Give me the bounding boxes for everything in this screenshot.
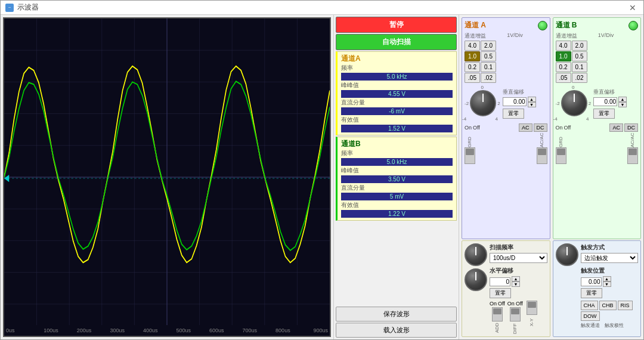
channel-a-led (538, 21, 547, 30)
grd-switch-a[interactable] (465, 147, 475, 164)
vert-offset-input-a[interactable] (503, 97, 527, 106)
time-label-0: 0us (6, 327, 30, 333)
channel-b-header: 通道 B (556, 20, 577, 30)
gain-btn-a-05[interactable]: 0.5 (481, 51, 496, 61)
peak-label-a: 峰峰值 (341, 81, 453, 89)
load-waveform-button[interactable]: 载入波形 (336, 323, 457, 338)
channel-b-controls: 通道 B 通道增益 4.0 2.0 1.0 0.5 0.2 (553, 17, 642, 239)
dc-btn-a[interactable]: DC (534, 123, 547, 132)
vdiv-label-a: 1V/Div (507, 32, 547, 38)
sweep-knob-bottom[interactable] (465, 268, 487, 291)
vert-offset-up-a[interactable]: ▲ (528, 97, 536, 102)
vert-offset-up-b[interactable]: ▲ (618, 97, 627, 102)
window-title: 示波器 (17, 2, 39, 13)
trigger-pos-input[interactable] (581, 277, 602, 286)
acdc-label-a: AC/AC (540, 133, 544, 147)
xy-switch[interactable] (527, 301, 537, 315)
trigger-controls: 触发方式 边沿触发 脉冲触发 触发位置 ▲ ▼ (553, 240, 642, 337)
gain-label-b: 通道增益 (556, 32, 596, 40)
peak-value-a: 4.55 V (341, 90, 453, 98)
right-panel: 通道 A 通道增益 4.0 2.0 1.0 0.5 0.2 (459, 15, 643, 339)
horiz-offset-down[interactable]: ▼ (512, 282, 520, 287)
gain-btn-b-02[interactable]: 0.2 (556, 62, 571, 72)
time-label-6: 600us (205, 327, 228, 333)
gain-btn-a-002[interactable]: .02 (481, 73, 496, 83)
trigger-pos-up[interactable]: ▲ (603, 276, 611, 282)
sweep-freq-select[interactable]: 100us/D 200us/D 50us/D 20us/D (490, 253, 547, 263)
time-label-4: 400us (138, 327, 162, 333)
channel-a-header: 通道 A (465, 20, 486, 30)
rms-value-a: 1.52 V (341, 125, 453, 132)
trigger-method-select[interactable]: 边沿触发 脉冲触发 (581, 253, 639, 263)
gain-btn-a-02[interactable]: 0.2 (465, 62, 480, 72)
trigger-method-label: 触发方式 (581, 243, 639, 252)
off-label-add: Off (498, 301, 505, 307)
diff-label: DIFF (512, 322, 518, 334)
gain-btn-a-40[interactable]: 4.0 (465, 41, 480, 51)
channel-b-led (628, 21, 638, 30)
zero-btn-a[interactable]: 置零 (503, 109, 524, 119)
trigger-pos-down[interactable]: ▼ (603, 282, 611, 287)
chb-btn[interactable]: CHB (599, 301, 617, 310)
grd-label-a: GRD (467, 133, 472, 147)
dow-btn[interactable]: DOW (581, 311, 600, 321)
gain-btn-a-01[interactable]: 0.1 (481, 62, 496, 72)
peak-value-b: 3.50 V (341, 175, 453, 183)
vert-offset-label-a: 垂直偏移 (503, 88, 547, 96)
freq-value-b: 5.0 kHz (341, 158, 453, 166)
gain-btn-a-20[interactable]: 2.0 (481, 41, 496, 51)
acdc-switch-a[interactable] (537, 147, 547, 164)
time-label-2: 200us (72, 327, 96, 333)
vert-offset-down-b[interactable]: ▼ (618, 102, 627, 107)
horiz-offset-label: 水平偏移 (490, 267, 547, 275)
add-switch[interactable] (492, 307, 503, 322)
gain-btn-b-10[interactable]: 1.0 (556, 51, 571, 61)
cha-btn[interactable]: CHA (581, 301, 598, 310)
sweep-knob-top[interactable] (465, 243, 487, 266)
trigger-knob[interactable] (556, 243, 578, 266)
side-panel: 暂停 自动扫描 通道A 频率 5.0 kHz 峰峰值 4.55 V 直流分量 -… (333, 15, 459, 339)
freq-value-a: 5.0 kHz (341, 73, 453, 81)
gain-btn-b-20[interactable]: 2.0 (572, 41, 587, 51)
vert-offset-input-b[interactable] (593, 97, 617, 106)
diff-switch[interactable] (510, 307, 521, 322)
grd-switch-b[interactable] (556, 147, 566, 164)
trigger-zero-btn[interactable]: 置零 (581, 288, 602, 298)
trigger-ch-label: 触发通道 (581, 322, 600, 329)
main-content: 0us 100us 200us 300us 400us 500us 600us … (1, 15, 643, 339)
horiz-offset-input[interactable] (490, 277, 510, 286)
close-button[interactable]: ✕ (627, 4, 639, 12)
time-label-7: 700us (238, 327, 262, 333)
vertical-knob-b[interactable] (561, 90, 587, 116)
auto-scan-button[interactable]: 自动扫描 (336, 34, 457, 50)
vertical-knob-a[interactable] (470, 90, 496, 116)
horiz-offset-up[interactable]: ▲ (512, 276, 520, 282)
freq-label-a: 频率 (341, 64, 453, 72)
gain-btn-b-05[interactable]: 0.5 (572, 51, 587, 61)
dc-btn-b[interactable]: DC (624, 123, 638, 132)
channel-b-info: 通道B 频率 5.0 kHz 峰峰值 3.50 V 直流分量 5 mV 有效值 … (336, 137, 457, 221)
acdc-switch-b[interactable] (627, 147, 638, 164)
xy-label: X-Y (529, 316, 534, 326)
zero-btn-b[interactable]: 置零 (593, 109, 615, 119)
dc-value-b: 5 mV (341, 193, 453, 200)
gain-btn-b-01[interactable]: 0.1 (572, 62, 587, 72)
gain-label-a: 通道增益 (465, 32, 504, 40)
gain-btn-b-40[interactable]: 4.0 (556, 41, 571, 51)
acdc-label-b: AC/AC (630, 133, 635, 147)
gain-btn-b-005[interactable]: .05 (556, 73, 571, 83)
gain-btn-a-10[interactable]: 1.0 (465, 51, 480, 61)
ac-btn-b[interactable]: AC (609, 123, 623, 132)
ac-btn-a[interactable]: AC (519, 123, 532, 132)
horiz-zero-btn[interactable]: 置零 (490, 288, 511, 298)
ris-btn[interactable]: RIS (618, 301, 633, 310)
gain-btn-b-002[interactable]: .02 (572, 73, 587, 83)
gain-btn-a-005[interactable]: .05 (465, 73, 480, 83)
save-waveform-button[interactable]: 保存波形 (336, 307, 457, 322)
time-label-1: 100us (39, 327, 63, 333)
bottom-controls-row: 扫描频率 100us/D 200us/D 50us/D 20us/D 水平偏移 (462, 240, 641, 337)
on-label-b: On (556, 125, 563, 131)
scope-screen: 0us 100us 200us 300us 400us 500us 600us … (3, 17, 331, 337)
pause-button[interactable]: 暂停 (336, 17, 457, 33)
vert-offset-down-a[interactable]: ▼ (528, 102, 536, 107)
